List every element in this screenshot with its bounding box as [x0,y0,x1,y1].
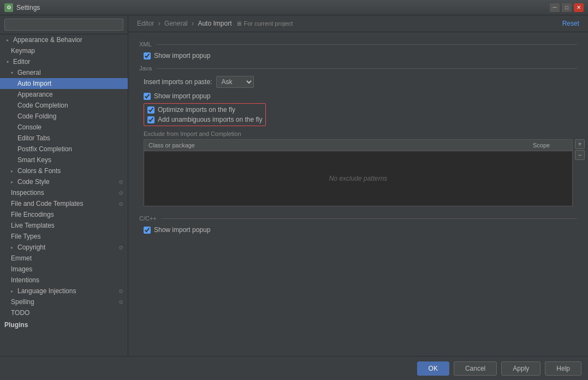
scope-col-header: Scope [528,140,572,151]
sidebar-label-todo: TODO [11,309,29,317]
sidebar-item-code-folding[interactable]: Code Folding [0,111,128,122]
help-button[interactable]: Help [545,361,581,376]
apply-button[interactable]: Apply [501,361,541,376]
main-layout: Appearance & Behavior Keymap Editor Gene… [0,15,588,356]
java-show-import-popup-label: Show import popup [154,92,210,100]
class-package-col-header: Class or package [144,140,528,151]
tree-arrow-editor [7,60,12,64]
reset-button[interactable]: Reset [562,20,579,27]
cancel-button[interactable]: Cancel [454,361,497,376]
sidebar-item-editor[interactable]: Editor [0,56,128,67]
gear-icon-lang-inject: ⚙ [118,288,123,294]
java-show-import-popup-checkbox[interactable] [144,93,151,100]
content-area: Editor › General › Auto Import 🖥 For cur… [128,15,588,356]
sidebar-label-inspections: Inspections [11,189,44,197]
sidebar-item-appearance[interactable]: Appearance [0,89,128,100]
add-exclude-button[interactable]: + [575,139,585,149]
sidebar-item-inspections[interactable]: Inspections ⚙ [0,187,128,198]
sidebar-item-appearance-behavior[interactable]: Appearance & Behavior [0,34,128,45]
sidebar-label-editor: Editor [13,58,30,66]
xml-section-label: XML [139,41,577,48]
sidebar-label-copyright: Copyright [17,244,45,251]
sidebar-item-console[interactable]: Console [0,122,128,133]
sidebar-item-live-templates[interactable]: Live Templates [0,220,128,231]
sidebar-item-file-code-templates[interactable]: File and Code Templates ⚙ [0,198,128,209]
sidebar-item-code-completion[interactable]: Code Completion [0,100,128,111]
gear-icon-codestyle: ⚙ [118,179,123,185]
tree-arrow-copyright [11,245,16,250]
breadcrumb-editor: Editor [137,20,154,27]
title-bar: ⚙ Settings ─ □ ✕ [0,0,588,15]
optimize-imports-label: Optimize imports on the fly [158,106,235,114]
sidebar-label-console: Console [17,123,41,131]
search-box [0,15,128,34]
xml-show-import-popup-row: Show import popup [139,52,577,60]
sidebar-label-auto-import: Auto Import [17,80,51,87]
tree-arrow-colors [11,169,16,174]
highlighted-checkboxes-box: Optimize imports on the fly Add unambigu… [144,103,266,126]
sidebar-label-emmet: Emmet [11,254,32,262]
app-icon: ⚙ [4,3,13,12]
settings-content: XML Show import popup Java Insert import… [128,32,588,356]
sidebar-label-live-templates: Live Templates [11,222,55,229]
sidebar-label-code-style: Code Style [17,178,50,186]
sidebar-label-general: General [17,69,41,76]
table-action-buttons: + − [575,139,585,160]
close-button[interactable]: ✕ [574,3,584,12]
remove-exclude-button[interactable]: − [575,150,585,160]
java-section-label: Java [139,65,577,72]
maximize-button[interactable]: □ [562,3,572,12]
sidebar-item-emmet[interactable]: Emmet [0,253,128,264]
sidebar-item-general[interactable]: General [0,67,128,78]
sidebar-item-auto-import[interactable]: Auto Import [0,78,128,89]
sidebar: Appearance & Behavior Keymap Editor Gene… [0,15,128,356]
sidebar-item-editor-tabs[interactable]: Editor Tabs [0,133,128,144]
breadcrumb: Editor › General › Auto Import [137,20,231,27]
tree-arrow-general [11,70,16,75]
tree-arrow-codestyle [11,180,16,185]
ok-button[interactable]: OK [417,361,449,376]
sidebar-item-file-encodings[interactable]: File Encodings [0,209,128,220]
breadcrumb-general: General [164,20,188,27]
sidebar-label-intentions: Intentions [11,276,39,284]
sidebar-item-keymap[interactable]: Keymap [0,45,128,56]
sidebar-label-spelling: Spelling [11,298,34,306]
sidebar-item-code-style[interactable]: Code Style ⚙ [0,176,128,187]
gear-icon-templates: ⚙ [118,201,123,207]
sidebar-item-copyright[interactable]: Copyright ⚙ [0,242,128,253]
cpp-section-label: C/C++ [139,215,577,222]
window-controls: ─ □ ✕ [550,3,584,12]
sidebar-item-images[interactable]: Images [0,264,128,275]
sidebar-item-smart-keys[interactable]: Smart Keys [0,155,128,165]
for-project-label: 🖥 For current project [236,20,293,27]
title-text: Settings [16,4,40,11]
exclude-section-label: Exclude from Import and Completion [139,130,577,137]
add-unambiguous-label: Add unambiguous imports on the fly [158,116,262,123]
no-patterns-text: No exclude patterns [329,175,388,182]
add-unambiguous-checkbox[interactable] [147,116,155,123]
sidebar-item-postfix-completion[interactable]: Postfix Completion [0,144,128,155]
gear-icon-inspections: ⚙ [118,190,123,196]
search-input[interactable] [4,19,123,31]
sidebar-item-language-injections[interactable]: Language Injections ⚙ [0,286,128,296]
minimize-button[interactable]: ─ [550,3,560,12]
cpp-show-import-popup-checkbox[interactable] [144,227,151,234]
sidebar-label-smart-keys: Smart Keys [17,156,51,164]
sidebar-item-intentions[interactable]: Intentions [0,275,128,286]
optimize-imports-checkbox[interactable] [147,106,155,114]
tree-arrow-lang-inject [11,289,16,294]
sidebar-label-keymap: Keymap [11,47,35,55]
gear-icon-copyright: ⚙ [118,245,123,251]
gear-icon-spelling: ⚙ [118,299,123,305]
sidebar-item-plugins[interactable]: Plugins [0,319,128,330]
sidebar-item-file-types[interactable]: File Types [0,231,128,242]
sidebar-item-colors-fonts[interactable]: Colors & Fonts [0,165,128,176]
insert-imports-select[interactable]: Ask Always Never [216,76,254,88]
optimize-imports-row: Optimize imports on the fly [147,106,262,114]
xml-show-import-popup-checkbox[interactable] [144,52,151,60]
insert-imports-label: Insert imports on paste: [144,78,212,86]
sidebar-item-todo[interactable]: TODO [0,307,128,318]
cpp-show-import-popup-row: Show import popup [139,226,577,234]
insert-imports-on-paste-row: Insert imports on paste: Ask Always Neve… [139,76,577,88]
sidebar-item-spelling[interactable]: Spelling ⚙ [0,296,128,307]
